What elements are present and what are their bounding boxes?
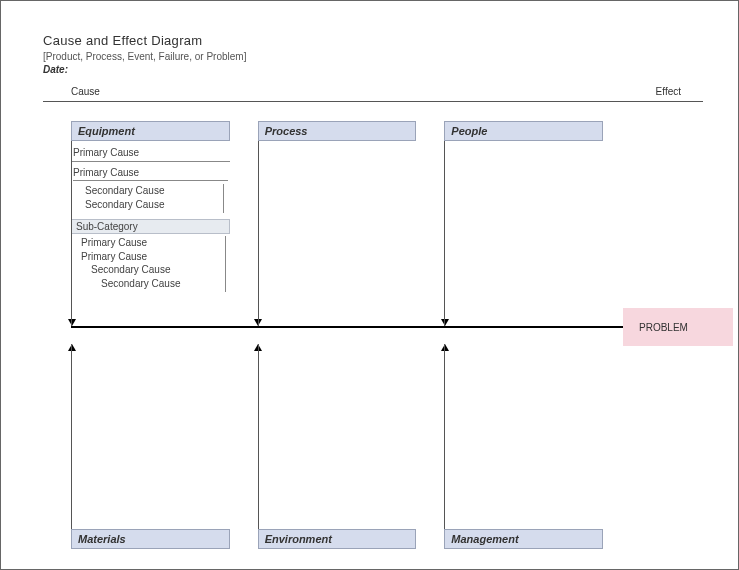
arrowhead-down-icon [254, 319, 262, 326]
problem-label: PROBLEM [639, 322, 688, 333]
secondary-cause: Secondary Cause [73, 184, 223, 198]
primary-cause: Primary Cause [71, 236, 225, 250]
category-header-materials: Materials [71, 529, 230, 549]
subcat-content: Primary Cause Primary Cause Secondary Ca… [71, 236, 226, 292]
category-people: People [444, 121, 603, 316]
secondary-cause: Secondary Cause [71, 263, 225, 277]
cause-label: Cause [71, 86, 100, 97]
arrowhead-down-icon [441, 319, 449, 326]
date-label: Date: [43, 64, 246, 75]
category-management: Management [444, 354, 603, 549]
bottom-row: Materials Environment Management [71, 354, 603, 549]
arrowhead-up-icon [254, 344, 262, 351]
axis-labels: Cause Effect [71, 86, 703, 97]
category-header-environment: Environment [258, 529, 417, 549]
top-row: Equipment Primary Cause Primary Cause Se… [71, 121, 603, 316]
equipment-details: Primary Cause Primary Cause Secondary Ca… [71, 145, 230, 292]
arrowhead-down-icon [68, 319, 76, 326]
sub-category-header: Sub-Category [71, 219, 230, 234]
category-environment: Environment [258, 354, 417, 549]
category-materials: Materials [71, 354, 230, 549]
arrowhead-up-icon [68, 344, 76, 351]
primary-cause: Primary Cause [71, 250, 225, 264]
fishbone-diagram: Equipment Primary Cause Primary Cause Se… [71, 121, 703, 549]
primary-cause: Primary Cause [73, 167, 228, 181]
category-process: Process [258, 121, 417, 316]
secondary-cause: Secondary Cause [73, 198, 223, 212]
axis-rule [43, 101, 703, 102]
page-title: Cause and Effect Diagram [43, 33, 246, 48]
secondary-group: Secondary Cause Secondary Cause [73, 184, 224, 213]
effect-label: Effect [656, 86, 681, 97]
problem-box: PROBLEM [623, 308, 733, 346]
arrowhead-up-icon [441, 344, 449, 351]
category-header-people: People [444, 121, 603, 141]
header: Cause and Effect Diagram [Product, Proce… [43, 33, 246, 75]
category-equipment: Equipment Primary Cause Primary Cause Se… [71, 121, 230, 316]
secondary-cause: Secondary Cause [71, 277, 225, 291]
category-header-process: Process [258, 121, 417, 141]
category-header-management: Management [444, 529, 603, 549]
primary-cause: Primary Cause [71, 145, 230, 162]
category-header-equipment: Equipment [71, 121, 230, 141]
page-subtitle: [Product, Process, Event, Failure, or Pr… [43, 51, 246, 62]
spine-arrow [71, 326, 699, 328]
